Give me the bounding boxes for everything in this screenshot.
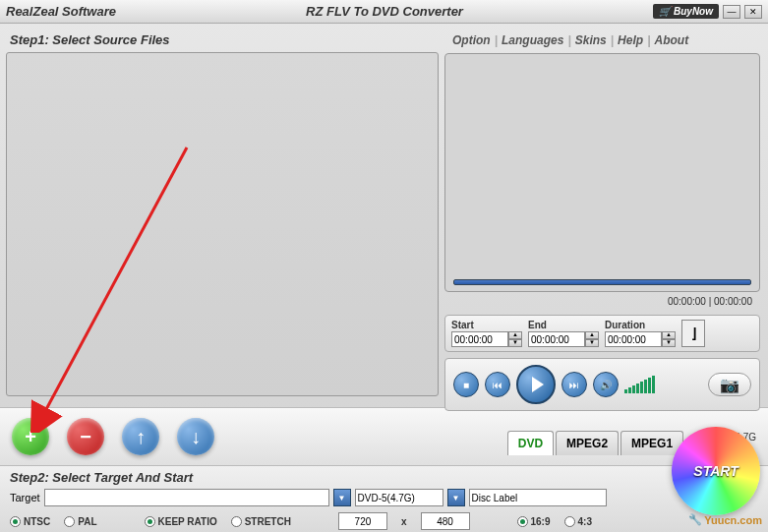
playback-controls: ■ ⏮ ⏭ 🔊 📷 xyxy=(444,358,760,411)
start-down[interactable]: ▼ xyxy=(508,339,522,347)
radio-keep-ratio[interactable]: KEEP RATIO xyxy=(145,516,217,527)
menu-option[interactable]: Option xyxy=(452,33,491,47)
tab-dvd[interactable]: DVD xyxy=(507,431,554,455)
prev-button[interactable]: ⏮ xyxy=(485,372,510,397)
snapshot-button[interactable]: 📷 xyxy=(708,373,751,396)
menu-skins[interactable]: Skins xyxy=(575,33,607,47)
add-file-button[interactable]: + xyxy=(12,418,49,455)
end-down[interactable]: ▼ xyxy=(585,339,599,347)
source-file-list[interactable] xyxy=(6,52,439,396)
move-up-button[interactable]: ↑ xyxy=(122,418,159,455)
play-button[interactable] xyxy=(516,365,556,404)
radio-16-9[interactable]: 16:9 xyxy=(517,516,551,527)
time-display: 00:00:00 | 00:00:00 xyxy=(444,292,760,311)
start-field[interactable] xyxy=(451,331,508,347)
tab-mpeg1[interactable]: MPEG1 xyxy=(620,431,683,455)
stop-button[interactable]: ■ xyxy=(453,372,479,397)
menu-about[interactable]: About xyxy=(654,33,688,47)
menu-help[interactable]: Help xyxy=(618,33,643,47)
start-button[interactable]: START xyxy=(672,427,760,515)
volume-meter[interactable] xyxy=(624,376,655,393)
remove-file-button[interactable]: − xyxy=(67,418,104,455)
duration-field[interactable] xyxy=(605,331,662,347)
radio-ntsc[interactable]: NTSC xyxy=(10,516,50,527)
format-tabs: DVD MPEG2 MPEG1 xyxy=(507,431,685,455)
next-button[interactable]: ⏭ xyxy=(561,372,587,397)
wrench-icon: 🔧 xyxy=(688,513,702,526)
dur-up[interactable]: ▲ xyxy=(662,331,676,339)
preview-progress[interactable] xyxy=(453,279,751,285)
volume-button[interactable]: 🔊 xyxy=(593,372,619,397)
disc-label-field[interactable] xyxy=(469,489,607,506)
target-dropdown-button[interactable]: ▼ xyxy=(333,489,351,506)
target-panel: Step2: Select Target And Start Target ▼ … xyxy=(0,465,768,532)
start-label: Start xyxy=(451,320,522,330)
titlebar: RealZeal Software RZ FLV To DVD Converte… xyxy=(0,0,768,24)
preview-panel xyxy=(444,53,760,292)
width-field[interactable] xyxy=(338,512,387,530)
move-down-button[interactable]: ↓ xyxy=(177,418,214,455)
target-select[interactable] xyxy=(44,489,329,506)
radio-pal[interactable]: PAL xyxy=(64,516,96,527)
radio-stretch[interactable]: STRETCH xyxy=(231,516,291,527)
duration-label: Duration xyxy=(605,320,676,330)
camera-icon: 📷 xyxy=(720,376,739,394)
cart-icon: 🛒 xyxy=(659,6,671,17)
height-field[interactable] xyxy=(421,512,470,530)
end-up[interactable]: ▲ xyxy=(585,331,599,339)
end-label: End xyxy=(528,320,599,330)
menu-languages[interactable]: Languages xyxy=(502,33,563,47)
trim-row: Start ▲▼ End ▲▼ Duration ▲▼ ⌋ xyxy=(444,315,760,352)
dur-down[interactable]: ▼ xyxy=(662,339,676,347)
disc-preset-select[interactable] xyxy=(355,489,443,506)
close-button[interactable]: ✕ xyxy=(744,5,762,19)
step2-heading: Step2: Select Target And Start xyxy=(10,470,758,485)
watermark: 🔧Yuucn.com xyxy=(688,513,762,526)
app-title: RZ FLV To DVD Converter xyxy=(116,4,653,19)
radio-4-3[interactable]: 4:3 xyxy=(564,516,592,527)
step1-heading: Step1: Select Source Files xyxy=(6,30,439,50)
preset-dropdown-button[interactable]: ▼ xyxy=(447,489,465,506)
brand-label: RealZeal Software xyxy=(6,4,116,19)
trim-apply-button[interactable]: ⌋ xyxy=(681,320,705,347)
menubar: Option| Languages| Skins| Help| About xyxy=(444,30,760,51)
start-up[interactable]: ▲ xyxy=(508,331,522,339)
tab-mpeg2[interactable]: MPEG2 xyxy=(556,431,619,455)
file-toolbar: + − ↑ ↓ DVD MPEG2 MPEG1 0M / 4.7G xyxy=(0,407,768,465)
target-label: Target xyxy=(10,492,40,503)
buynow-button[interactable]: 🛒BuyNow xyxy=(653,4,719,19)
minimize-button[interactable]: — xyxy=(723,5,740,19)
end-field[interactable] xyxy=(528,331,585,347)
